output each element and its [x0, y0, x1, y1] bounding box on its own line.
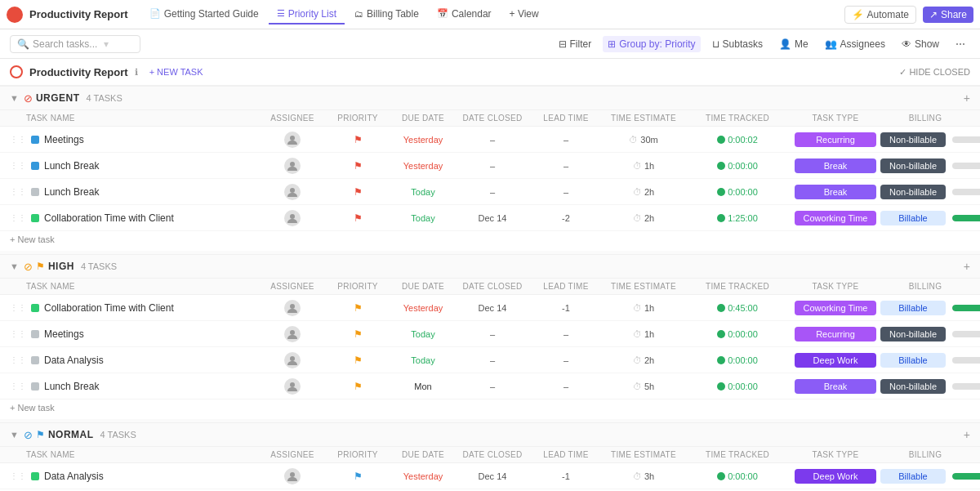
project-header: Productivity Report ℹ + NEW TASK ✓ HIDE …: [0, 59, 980, 86]
priority-cell: ⚑: [325, 302, 390, 314]
more-button[interactable]: ⋯: [951, 36, 970, 52]
subtasks-label: Subtasks: [723, 38, 763, 50]
flag-icon: ⚑: [354, 355, 363, 366]
task-name[interactable]: Collaboration Time with Client: [44, 212, 174, 224]
me-button[interactable]: 👤 Me: [774, 36, 813, 52]
share-label: Share: [941, 9, 967, 20]
tab-view[interactable]: + View: [501, 5, 547, 25]
me-icon: 👤: [779, 38, 791, 50]
section-high-add-icon[interactable]: +: [964, 260, 970, 273]
high-new-task[interactable]: + New task: [0, 399, 980, 419]
tracking-icon: [717, 382, 725, 391]
drag-handle[interactable]: ⋮⋮: [10, 135, 26, 144]
filter-button[interactable]: ⊟ Filter: [554, 36, 597, 52]
drag-handle[interactable]: ⋮⋮: [10, 329, 26, 338]
section-add-icon[interactable]: +: [964, 92, 970, 105]
task-row[interactable]: ⋮⋮ Collaboration Time with Client ⚑ Yest…: [0, 295, 980, 321]
high-icon: ⊘: [24, 261, 33, 273]
section-high: ▼ ⊘ ⚑ HIGH 4 TASKS + TASK NAME ASSIGNEE …: [0, 254, 980, 419]
hide-closed-button[interactable]: ✓ HIDE CLOSED: [899, 67, 970, 78]
task-name-cell: ⋮⋮ Meetings: [10, 134, 260, 145]
col-task-name-h: TASK NAME: [10, 282, 260, 291]
time-estimate: ⏱ 3h: [603, 471, 684, 481]
tracking-icon: [717, 330, 725, 338]
task-type-badge: Recurring: [795, 132, 876, 147]
priority-cell: ⚑: [325, 186, 390, 198]
drag-handle[interactable]: ⋮⋮: [10, 213, 26, 222]
task-name[interactable]: Collaboration Time with Client: [44, 302, 174, 314]
section-urgent-title: URGENT: [36, 92, 80, 104]
col-due-date-h: DUE DATE: [390, 282, 456, 291]
urgent-new-task[interactable]: + New task: [0, 231, 980, 251]
tab-priority-list[interactable]: ☰ Priority List: [269, 5, 345, 25]
tracking-icon: [717, 472, 725, 480]
task-row[interactable]: ⋮⋮ Meetings ⚑ Today – – ⏱ 1h 0:00:00: [0, 321, 980, 347]
drag-handle[interactable]: ⋮⋮: [10, 161, 26, 170]
drag-handle[interactable]: ⋮⋮: [10, 382, 26, 391]
task-name[interactable]: Lunch Break: [44, 186, 99, 198]
col-lead-time-n: LEAD TIME: [529, 450, 603, 459]
billing-badge: Billable: [880, 301, 946, 315]
task-row[interactable]: ⋮⋮ Data Analysis ⚑ Today – – ⏱ 2h 0:00:: [0, 347, 980, 373]
billing-progress-cell: Billable 0%: [880, 353, 970, 368]
search-box[interactable]: 🔍 Search tasks... ▾: [10, 35, 140, 53]
task-status-dot: [31, 382, 39, 391]
col-task-name-n: TASK NAME: [10, 450, 260, 459]
calendar-icon: 📅: [437, 8, 448, 19]
urgent-tasks-list: ⋮⋮ Meetings ⚑ Yesterday – – ⏱ 30m 0:00:: [0, 127, 980, 231]
show-button[interactable]: 👁 Show: [897, 36, 944, 52]
section-normal-add-icon[interactable]: +: [964, 428, 970, 441]
tab-getting-started[interactable]: 📄 Getting Started Guide: [141, 5, 267, 25]
task-name[interactable]: Lunch Break: [44, 381, 99, 392]
share-button[interactable]: ↗ Share: [923, 7, 973, 23]
collapse-icon-normal[interactable]: ▼: [10, 430, 19, 440]
normal-flag-icon: ⚑: [36, 429, 45, 440]
task-type-badge: Coworking Time: [795, 301, 876, 315]
subtasks-button[interactable]: ⊔ Subtasks: [707, 36, 768, 52]
automate-button[interactable]: ⚡ Automate: [844, 6, 916, 24]
lead-time: –: [529, 187, 603, 197]
task-type-badge: Break: [795, 158, 876, 173]
collapse-icon[interactable]: ▼: [10, 93, 19, 103]
tracking-icon: [717, 304, 725, 312]
task-row[interactable]: ⋮⋮ Meetings ⚑ Yesterday – – ⏱ 30m 0:00:: [0, 127, 980, 153]
task-row[interactable]: ⋮⋮ Data Analysis ⚑ Yesterday Dec 14 -1 ⏱…: [0, 463, 980, 489]
section-urgent-header: ▼ ⊘ URGENT 4 TASKS +: [0, 86, 980, 110]
task-name[interactable]: Data Analysis: [44, 355, 104, 366]
svg-point-1: [290, 162, 295, 167]
more-icon: ⋯: [956, 38, 965, 50]
avatar: [284, 300, 301, 316]
task-name[interactable]: Meetings: [44, 134, 84, 145]
info-icon[interactable]: ℹ: [135, 67, 138, 78]
drag-handle[interactable]: ⋮⋮: [10, 471, 26, 480]
progress-bar-fill: [952, 473, 980, 480]
task-type-badge: Recurring: [795, 327, 876, 341]
task-row[interactable]: ⋮⋮ Lunch Break ⚑ Mon – – ⏱ 5h 0:00:00: [0, 373, 980, 399]
drag-handle[interactable]: ⋮⋮: [10, 303, 26, 312]
main-content: Productivity Report ℹ + NEW TASK ✓ HIDE …: [0, 59, 980, 491]
col-due-date-n: DUE DATE: [390, 450, 456, 459]
tab-calendar[interactable]: 📅 Calendar: [429, 5, 500, 25]
task-name[interactable]: Lunch Break: [44, 160, 99, 172]
automate-label: Automate: [867, 9, 909, 20]
progress-bar-bg: [952, 136, 980, 143]
drag-handle[interactable]: ⋮⋮: [10, 187, 26, 196]
drag-handle[interactable]: ⋮⋮: [10, 355, 26, 364]
tab-billing-table[interactable]: 🗂 Billing Table: [346, 5, 427, 25]
task-row[interactable]: ⋮⋮ Lunch Break ⚑ Yesterday – – ⏱ 1h 0:0: [0, 153, 980, 179]
assignees-button[interactable]: 👥 Assignees: [820, 36, 890, 52]
billing-badge: Billable: [880, 353, 946, 368]
time-estimate: ⏱ 1h: [603, 303, 684, 313]
billing-progress-cell: Billable 100%: [880, 301, 970, 315]
doc-icon: 📄: [149, 8, 161, 19]
progress-cell: 100%: [952, 213, 980, 222]
collapse-icon-high[interactable]: ▼: [10, 261, 19, 271]
priority-cell: ⚑: [325, 212, 390, 224]
task-name[interactable]: Meetings: [44, 328, 84, 340]
task-name[interactable]: Data Analysis: [44, 471, 104, 482]
eye-icon: 👁: [902, 38, 911, 50]
group-by-button[interactable]: ⊞ Group by: Priority: [603, 36, 700, 52]
task-row[interactable]: ⋮⋮ Collaboration Time with Client ⚑ Toda…: [0, 205, 980, 231]
task-row[interactable]: ⋮⋮ Lunch Break ⚑ Today – – ⏱ 2h 0:00:00: [0, 179, 980, 205]
new-task-button[interactable]: + NEW TASK: [145, 65, 208, 78]
